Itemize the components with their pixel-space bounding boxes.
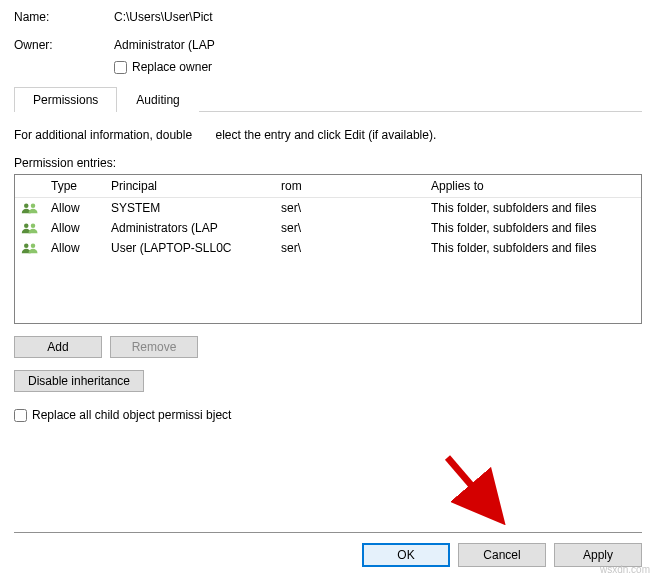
dialog-footer: OK Cancel Apply	[14, 532, 642, 567]
users-icon	[15, 201, 45, 215]
owner-label: Owner:	[14, 38, 114, 52]
cell-from: ser\	[275, 221, 425, 235]
header-applies[interactable]: Applies to	[425, 175, 641, 197]
ok-button[interactable]: OK	[362, 543, 450, 567]
permission-entries-label: Permission entries:	[14, 156, 642, 170]
cell-principal: Administrators (LAP	[105, 221, 275, 235]
watermark: wsxdn.com	[600, 564, 650, 575]
cell-applies: This folder, subfolders and files	[425, 201, 641, 215]
header-type[interactable]: Type	[45, 175, 105, 197]
disable-inheritance-button[interactable]: Disable inheritance	[14, 370, 144, 392]
table-row[interactable]: AllowUser (LAPTOP-SLL0Cser\This folder, …	[15, 238, 641, 258]
replace-child-permissions-label: Replace all child object permissi bject	[32, 408, 231, 422]
tab-auditing[interactable]: Auditing	[117, 87, 198, 112]
remove-button[interactable]: Remove	[110, 336, 198, 358]
svg-point-2	[24, 224, 29, 229]
cell-applies: This folder, subfolders and files	[425, 221, 641, 235]
add-button[interactable]: Add	[14, 336, 102, 358]
name-label: Name:	[14, 10, 114, 24]
header-principal[interactable]: Principal	[105, 175, 275, 197]
cancel-button[interactable]: Cancel	[458, 543, 546, 567]
entries-header: Type Principal rom Applies to	[15, 175, 641, 198]
tab-permissions[interactable]: Permissions	[14, 87, 117, 112]
svg-point-4	[24, 244, 29, 249]
replace-owner-label: Replace owner	[132, 60, 212, 74]
svg-point-5	[31, 244, 36, 249]
cell-from: ser\	[275, 201, 425, 215]
cell-applies: This folder, subfolders and files	[425, 241, 641, 255]
header-from[interactable]: rom	[275, 175, 425, 197]
replace-owner-checkbox[interactable]	[114, 61, 127, 74]
svg-point-3	[31, 224, 36, 229]
tabs: Permissions Auditing	[14, 86, 642, 112]
cell-type: Allow	[45, 201, 105, 215]
cell-principal: User (LAPTOP-SLL0C	[105, 241, 275, 255]
cell-type: Allow	[45, 221, 105, 235]
info-text: For additional information, double elect…	[14, 128, 642, 142]
annotation-arrow-icon	[440, 450, 515, 525]
users-icon	[15, 221, 45, 235]
svg-point-0	[24, 204, 29, 209]
cell-type: Allow	[45, 241, 105, 255]
svg-point-1	[31, 204, 36, 209]
users-icon	[15, 241, 45, 255]
replace-child-permissions-checkbox[interactable]	[14, 409, 27, 422]
owner-value: Administrator (LAP	[114, 38, 642, 52]
permission-entries-list[interactable]: Type Principal rom Applies to AllowSYSTE…	[14, 174, 642, 324]
svg-line-7	[448, 458, 493, 511]
cell-from: ser\	[275, 241, 425, 255]
table-row[interactable]: AllowAdministrators (LAPser\This folder,…	[15, 218, 641, 238]
name-value: C:\Users\User\Pict	[114, 10, 642, 24]
table-row[interactable]: AllowSYSTEMser\This folder, subfolders a…	[15, 198, 641, 218]
cell-principal: SYSTEM	[105, 201, 275, 215]
